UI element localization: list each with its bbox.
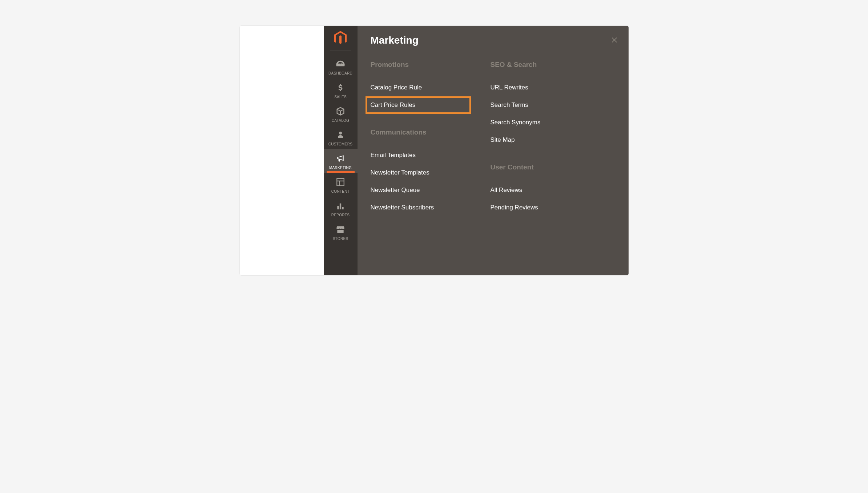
sidebar-item-dashboard[interactable]: DASHBOARD (324, 55, 358, 78)
section-title: Promotions (371, 61, 483, 69)
menu-link-newsletter-queue[interactable]: Newsletter Queue (366, 181, 471, 199)
sidebar-item-label: SALES (334, 95, 347, 99)
marketing-flyout: Marketing Promotions Catalog Price Rule … (358, 26, 629, 275)
section-seo-search: SEO & Search URL Rewrites Search Terms S… (490, 61, 603, 149)
sidebar-item-label: CATALOG (332, 119, 349, 123)
bars-icon (335, 200, 346, 212)
sidebar-item-marketing[interactable]: MARKETING (324, 149, 358, 173)
sidebar-item-catalog[interactable]: CATALOG (324, 102, 358, 125)
svg-rect-6 (340, 204, 341, 209)
sidebar-item-label: CONTENT (331, 189, 350, 193)
section-promotions: Promotions Catalog Price Rule Cart Price… (371, 61, 483, 114)
sidebar-item-label: DASHBOARD (328, 71, 352, 75)
sidebar-item-reports[interactable]: REPORTS (324, 196, 358, 220)
menu-link-url-rewrites[interactable]: URL Rewrites (485, 79, 591, 96)
close-button[interactable] (609, 35, 620, 47)
section-title: Communications (371, 128, 483, 136)
flyout-header: Marketing (371, 35, 620, 61)
sidebar-item-content[interactable]: CONTENT (324, 173, 358, 196)
menu-link-newsletter-templates[interactable]: Newsletter Templates (366, 164, 471, 181)
menu-link-pending-reviews[interactable]: Pending Reviews (485, 199, 591, 216)
storefront-icon (335, 224, 346, 235)
menu-link-email-templates[interactable]: Email Templates (366, 147, 471, 164)
sidebar-item-stores[interactable]: STORES (324, 220, 358, 244)
layout-icon (335, 176, 346, 188)
menu-link-search-synonyms[interactable]: Search Synonyms (485, 114, 591, 131)
flyout-column-left: Promotions Catalog Price Rule Cart Price… (371, 61, 483, 231)
sidebar-item-label: MARKETING (329, 166, 352, 170)
left-whitespace (240, 26, 324, 275)
menu-link-cart-price-rules[interactable]: Cart Price Rules (366, 96, 471, 114)
dollar-icon (335, 82, 346, 93)
svg-rect-5 (337, 206, 339, 209)
flyout-column-right: SEO & Search URL Rewrites Search Terms S… (490, 61, 603, 231)
sidebar-item-sales[interactable]: SALES (324, 78, 358, 102)
sidebar-item-label: REPORTS (331, 213, 350, 217)
menu-link-catalog-price-rule[interactable]: Catalog Price Rule (366, 79, 471, 96)
menu-link-newsletter-subscribers[interactable]: Newsletter Subscribers (366, 199, 471, 216)
sidebar-item-label: STORES (333, 237, 348, 241)
admin-panel: DASHBOARD SALES CATALOG CUSTOMERS MARKET (239, 25, 629, 276)
logo-divider (330, 51, 351, 51)
magento-logo[interactable] (334, 26, 347, 51)
person-icon (335, 129, 346, 141)
section-communications: Communications Email Templates Newslette… (371, 128, 483, 216)
flyout-columns: Promotions Catalog Price Rule Cart Price… (371, 61, 620, 231)
box-icon (335, 105, 346, 117)
menu-link-all-reviews[interactable]: All Reviews (485, 181, 591, 199)
gauge-icon (335, 58, 346, 70)
sidebar-item-label: CUSTOMERS (328, 142, 352, 146)
sidebar: DASHBOARD SALES CATALOG CUSTOMERS MARKET (324, 26, 358, 275)
section-title: User Content (490, 163, 603, 171)
sidebar-item-customers[interactable]: CUSTOMERS (324, 125, 358, 149)
megaphone-icon (335, 153, 346, 164)
svg-rect-7 (342, 207, 343, 209)
menu-link-site-map[interactable]: Site Map (485, 131, 591, 149)
section-title: SEO & Search (490, 61, 603, 69)
menu-link-search-terms[interactable]: Search Terms (485, 96, 591, 114)
flyout-title: Marketing (371, 35, 419, 46)
section-user-content: User Content All Reviews Pending Reviews (490, 163, 603, 216)
close-icon (610, 36, 618, 44)
svg-marker-1 (339, 35, 342, 44)
svg-rect-2 (337, 179, 344, 186)
